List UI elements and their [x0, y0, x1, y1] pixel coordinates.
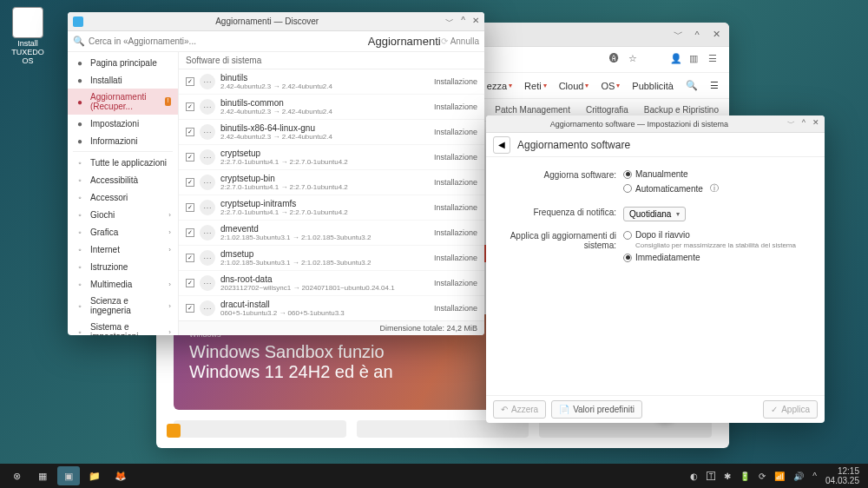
package-icon: ⋯: [200, 74, 215, 89]
package-name: binutils: [220, 73, 429, 82]
frequency-select[interactable]: Quotidiana▾: [623, 207, 686, 221]
maximize-icon[interactable]: ^: [461, 16, 465, 28]
radio-immediately[interactable]: Immediatamente: [623, 253, 809, 262]
tray-bluetooth-icon[interactable]: ✱: [724, 472, 731, 481]
radio-manual[interactable]: Manualmente: [623, 169, 809, 179]
checkbox[interactable]: ✓: [186, 203, 194, 212]
update-row[interactable]: ✓ ⋯ cryptsetup-bin 2:2.7.0-1ubuntu4.1 → …: [179, 170, 484, 195]
tray-battery-icon[interactable]: 🔋: [740, 472, 750, 481]
install-status: Installazione: [434, 254, 477, 262]
menu-icon[interactable]: ☰: [708, 53, 722, 67]
update-row[interactable]: ✓ ⋯ cryptsetup-initramfs 2:2.7.0-1ubuntu…: [179, 195, 484, 221]
close-icon[interactable]: ✕: [710, 29, 722, 41]
card-2[interactable]: [357, 420, 529, 438]
profile-icon[interactable]: 👤: [670, 53, 684, 67]
checkbox[interactable]: ✓: [186, 254, 194, 262]
sidebar-cat-istruzione[interactable]: ◦Istruzione: [68, 258, 178, 275]
card-1[interactable]: [174, 420, 346, 438]
checkbox[interactable]: ✓: [186, 153, 194, 162]
tray-chevron-icon[interactable]: ^: [812, 472, 817, 481]
minimize-icon[interactable]: ﹀: [672, 29, 684, 41]
update-row[interactable]: ✓ ⋯ binutils-x86-64-linux-gnu 2.42-4ubun…: [179, 120, 484, 145]
settings-footer: ↶ Azzera 📄 Valori predefiniti ✓ Applica: [486, 395, 825, 423]
tray-status-icon[interactable]: ◐: [690, 472, 698, 481]
chevron-right-icon: ›: [168, 228, 171, 236]
sidebar-item-informazioni[interactable]: ●Informazioni: [68, 132, 178, 149]
science-icon: ◦: [75, 300, 85, 311]
desktop-install-icon[interactable]: ⊗ Install TUXEDO OS: [7, 7, 49, 66]
cancel-button[interactable]: ⟳Annulla: [441, 36, 479, 46]
sidebar-item-installati[interactable]: ●Installati: [68, 71, 178, 89]
updates-list[interactable]: ✓ ⋯ binutils 2.42-4ubuntu2.3 → 2.42-4ubu…: [179, 69, 484, 320]
minimize-icon[interactable]: ﹀: [787, 118, 795, 129]
subnav-crypto[interactable]: Crittografia: [586, 105, 628, 115]
taskbar-firefox[interactable]: 🦊: [109, 466, 132, 485]
search-input[interactable]: [85, 35, 359, 48]
translate-icon[interactable]: 🅐: [609, 53, 623, 67]
sidebar-cat-grafica[interactable]: ◦Grafica›: [68, 223, 178, 241]
sidebar-cat-tutte-le-applicazioni[interactable]: ◦Tutte le applicazioni: [68, 154, 178, 171]
nav-cloud[interactable]: Cloud▾: [559, 81, 589, 91]
maximize-icon[interactable]: ^: [802, 118, 806, 129]
back-button[interactable]: ◀: [493, 136, 510, 154]
checkbox[interactable]: ✓: [186, 279, 194, 287]
radio-auto[interactable]: Automaticamenteⓘ: [623, 182, 809, 195]
internet-icon: ◦: [75, 244, 85, 254]
checkbox[interactable]: ✓: [186, 178, 194, 187]
update-row[interactable]: ✓ ⋯ dmsetup 2:1.02.185-3ubuntu3.1 → 2:1.…: [179, 246, 484, 271]
update-row[interactable]: ✓ ⋯ binutils 2.42-4ubuntu2.3 → 2.42-4ubu…: [179, 69, 484, 95]
system-icon: ◦: [75, 326, 85, 335]
nav-pubblicita[interactable]: Pubblicità: [632, 81, 674, 91]
taskbar-files[interactable]: 📁: [83, 466, 106, 485]
hint-text: Consigliato per massimizzare la stabilit…: [635, 241, 809, 249]
card-3[interactable]: [539, 420, 712, 438]
close-icon[interactable]: ✕: [812, 118, 819, 129]
info-icon[interactable]: ⓘ: [710, 182, 719, 195]
sidebar-cat-scienza-e-ingegneria[interactable]: ◦Scienza e ingegneria›: [68, 293, 178, 319]
checkbox[interactable]: ✓: [186, 102, 194, 111]
taskbar-discover[interactable]: ▣: [57, 466, 80, 485]
sidebar-item-impostazioni[interactable]: ●Impostazioni: [68, 115, 178, 132]
update-row[interactable]: ✓ ⋯ dmeventd 2:1.02.185-3ubuntu3.1 → 2:1…: [179, 221, 484, 246]
sidebar-cat-accessibilit-[interactable]: ◦Accessibilità: [68, 171, 178, 188]
nav-os[interactable]: OS▾: [601, 81, 620, 91]
nav-reti[interactable]: Reti▾: [524, 81, 547, 91]
update-row[interactable]: ✓ ⋯ binutils-common 2.42-4ubuntu2.3 → 2.…: [179, 95, 484, 120]
apply-button[interactable]: ✓ Applica: [763, 400, 818, 419]
app-launcher[interactable]: ⊗: [5, 466, 28, 485]
sidebar-cat-internet[interactable]: ◦Internet›: [68, 241, 178, 258]
checkbox[interactable]: ✓: [186, 304, 194, 313]
sidebar-cat-multimedia[interactable]: ◦Multimedia›: [68, 275, 178, 293]
star-icon[interactable]: ☆: [628, 53, 642, 67]
tray-tuxedo-icon[interactable]: 🅃: [707, 472, 715, 481]
reset-button[interactable]: ↶ Azzera: [493, 400, 546, 419]
sidebar-cat-accessori[interactable]: ◦Accessori: [68, 188, 178, 206]
update-row[interactable]: ✓ ⋯ cryptsetup 2:2.7.0-1ubuntu4.1 → 2:2.…: [179, 145, 484, 170]
defaults-button[interactable]: 📄 Valori predefiniti: [551, 400, 642, 419]
minimize-icon[interactable]: ﹀: [445, 16, 454, 28]
sidebar-cat-sistema-e-impostazioni[interactable]: ◦Sistema e impostazioni›: [68, 319, 178, 335]
sidebar-item-pagina-principale[interactable]: ●Pagina principale: [68, 54, 178, 71]
maximize-icon[interactable]: ^: [691, 29, 703, 41]
tray-network-icon[interactable]: 📶: [774, 472, 785, 481]
tray-volume-icon[interactable]: 🔊: [793, 472, 804, 481]
hamburger-icon[interactable]: ☰: [710, 80, 719, 91]
search-icon[interactable]: 🔍: [686, 80, 698, 91]
checkbox[interactable]: ✓: [186, 128, 194, 136]
task-view[interactable]: ▦: [31, 466, 54, 485]
nav-ezza[interactable]: ezza▾: [487, 81, 512, 91]
checkbox[interactable]: ✓: [186, 77, 194, 86]
sidebar-item-aggiornamenti-recuper-[interactable]: ●Aggiornamenti (Recuper...!: [68, 89, 178, 115]
tray-updates-icon[interactable]: ⟳: [759, 472, 766, 481]
library-icon[interactable]: ▥: [689, 53, 703, 67]
subnav-backup[interactable]: Backup e Ripristino: [644, 105, 719, 115]
chevron-right-icon: ›: [168, 246, 171, 254]
radio-after-restart[interactable]: Dopo il riavvio: [623, 230, 809, 240]
update-row[interactable]: ✓ ⋯ dns-root-data 2023112702~willsync1 →…: [179, 271, 484, 296]
update-row[interactable]: ✓ ⋯ dracut-install 060+5-1ubuntu3.2 → 06…: [179, 296, 484, 320]
sidebar-cat-giochi[interactable]: ◦Giochi›: [68, 206, 178, 223]
subnav-patch[interactable]: Patch Management: [495, 105, 570, 115]
checkbox[interactable]: ✓: [186, 228, 194, 237]
clock[interactable]: 12:15 04.03.25: [825, 466, 863, 485]
close-icon[interactable]: ✕: [472, 16, 479, 28]
